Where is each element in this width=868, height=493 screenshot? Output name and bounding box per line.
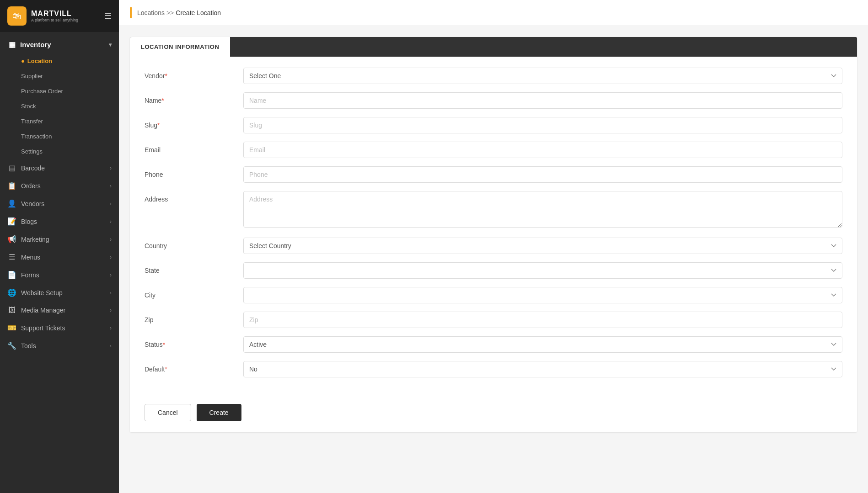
city-row: City <box>145 287 842 303</box>
zip-row: Zip <box>145 312 842 328</box>
website-setup-arrow: › <box>110 290 112 296</box>
state-label: State <box>145 262 236 274</box>
sidebar-item-purchase-order[interactable]: Purchase Order <box>0 84 119 99</box>
orders-label: Orders <box>21 182 105 190</box>
menu-toggle-icon[interactable]: ☰ <box>104 11 112 21</box>
forms-icon: 📄 <box>7 270 16 279</box>
city-select[interactable] <box>243 287 842 303</box>
support-tickets-arrow: › <box>110 325 112 331</box>
media-manager-label: Media Manager <box>21 307 105 314</box>
support-tickets-label: Support Tickets <box>21 324 105 332</box>
sidebar-item-stock[interactable]: Stock <box>0 99 119 114</box>
inventory-label: Inventory <box>20 41 104 48</box>
address-field <box>243 191 842 229</box>
sidebar-item-orders[interactable]: 📋 Orders › <box>0 177 119 195</box>
orders-arrow: › <box>110 183 112 189</box>
sidebar-item-menus[interactable]: ☰ Menus › <box>0 248 119 266</box>
address-label: Address <box>145 191 236 203</box>
inventory-chevron: ▾ <box>109 42 112 48</box>
email-input[interactable] <box>243 142 842 158</box>
name-row: Name* <box>145 92 842 109</box>
country-select[interactable]: Select Country <box>243 238 842 254</box>
sidebar-item-marketing[interactable]: 📢 Marketing › <box>0 230 119 248</box>
sidebar-item-tools[interactable]: 🔧 Tools › <box>0 337 119 355</box>
vendor-required: * <box>165 72 167 80</box>
email-label: Email <box>145 142 236 154</box>
tools-arrow: › <box>110 343 112 349</box>
email-row: Email <box>145 142 842 158</box>
support-tickets-icon: 🎫 <box>7 323 16 332</box>
country-label: Country <box>145 238 236 249</box>
menus-icon: ☰ <box>7 253 16 261</box>
country-row: Country Select Country <box>145 238 842 254</box>
sidebar-item-settings[interactable]: Settings <box>0 144 119 159</box>
sidebar-item-location[interactable]: ●Location <box>0 53 119 69</box>
status-select[interactable]: Active Inactive <box>243 336 842 353</box>
city-label: City <box>145 287 236 299</box>
breadcrumb-root[interactable]: Locations <box>137 9 165 16</box>
name-input[interactable] <box>243 92 842 109</box>
sidebar-item-inventory[interactable]: ▦ Inventory ▾ <box>0 36 119 53</box>
sidebar-item-support-tickets[interactable]: 🎫 Support Tickets › <box>0 319 119 337</box>
vendor-field: Select One <box>243 68 842 84</box>
vendor-row: Vendor* Select One <box>145 68 842 84</box>
form-body: Vendor* Select One Name* <box>130 57 857 397</box>
sidebar-item-barcode[interactable]: ▤ Barcode › <box>0 159 119 177</box>
barcode-icon: ▤ <box>7 164 16 172</box>
forms-arrow: › <box>110 272 112 278</box>
address-textarea[interactable] <box>243 191 842 228</box>
state-select[interactable] <box>243 262 842 279</box>
tab-location-information[interactable]: LOCATION INFORMATION <box>130 37 230 57</box>
name-field <box>243 92 842 109</box>
logo-text: MARTVILL A platform to sell anything <box>31 10 78 22</box>
inventory-icon: ▦ <box>9 40 16 49</box>
website-setup-label: Website Setup <box>21 289 105 297</box>
default-row: Default* No Yes <box>145 361 842 377</box>
marketing-icon: 📢 <box>7 235 16 244</box>
media-manager-icon: 🖼 <box>7 306 16 314</box>
marketing-arrow: › <box>110 236 112 243</box>
status-row: Status* Active Inactive <box>145 336 842 353</box>
vendor-select[interactable]: Select One <box>243 68 842 84</box>
forms-label: Forms <box>21 271 105 279</box>
sidebar-item-forms[interactable]: 📄 Forms › <box>0 266 119 284</box>
sidebar-item-supplier[interactable]: Supplier <box>0 69 119 84</box>
phone-input[interactable] <box>243 166 842 183</box>
default-required: * <box>165 366 167 373</box>
slug-input[interactable] <box>243 117 842 133</box>
marketing-label: Marketing <box>21 236 105 243</box>
barcode-arrow: › <box>110 165 112 171</box>
main-content: Locations >> Create Location LOCATION IN… <box>119 0 868 493</box>
slug-field <box>243 117 842 133</box>
menus-label: Menus <box>21 254 105 261</box>
sidebar-logo: 🛍 MARTVILL A platform to sell anything ☰ <box>0 0 119 32</box>
brand-name: MARTVILL <box>31 10 78 18</box>
status-required: * <box>163 341 165 348</box>
cancel-button[interactable]: Cancel <box>145 404 191 421</box>
default-label: Default* <box>145 361 236 373</box>
sidebar-item-vendors[interactable]: 👤 Vendors › <box>0 195 119 212</box>
name-required: * <box>161 97 164 104</box>
tools-label: Tools <box>21 342 105 350</box>
zip-input[interactable] <box>243 312 842 328</box>
sidebar-item-blogs[interactable]: 📝 Blogs › <box>0 212 119 230</box>
slug-label: Slug* <box>145 117 236 129</box>
name-label: Name* <box>145 92 236 104</box>
slug-required: * <box>157 122 160 129</box>
sidebar-item-website-setup[interactable]: 🌐 Website Setup › <box>0 284 119 302</box>
sidebar-item-media-manager[interactable]: 🖼 Media Manager › <box>0 302 119 319</box>
sidebar-item-transfer[interactable]: Transfer <box>0 114 119 129</box>
default-select[interactable]: No Yes <box>243 361 842 377</box>
content-area: LOCATION INFORMATION Vendor* Select One <box>119 26 868 443</box>
vendors-label: Vendors <box>21 200 105 207</box>
sidebar: 🛍 MARTVILL A platform to sell anything ☰… <box>0 0 119 493</box>
vendors-arrow: › <box>110 201 112 207</box>
blogs-label: Blogs <box>21 218 105 225</box>
sidebar-item-transaction[interactable]: Transaction <box>0 129 119 144</box>
zip-field <box>243 312 842 328</box>
slug-row: Slug* <box>145 117 842 133</box>
logo-icon: 🛍 <box>7 6 27 26</box>
blogs-icon: 📝 <box>7 217 16 226</box>
create-button[interactable]: Create <box>197 404 241 421</box>
location-dot: ● <box>21 58 25 64</box>
